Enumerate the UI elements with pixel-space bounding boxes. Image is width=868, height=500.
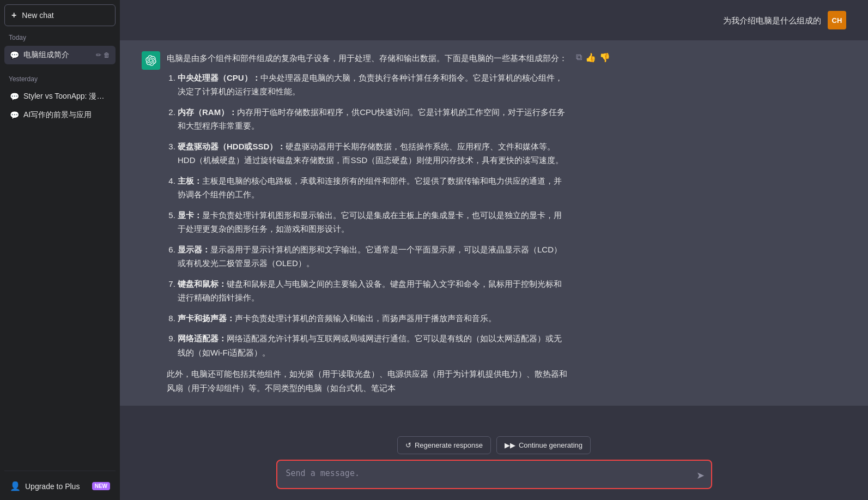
new-chat-label: New chat	[22, 11, 53, 20]
today-label: Today	[4, 32, 116, 44]
sidebar-item-chat3[interactable]: 💬 AI写作的前景与应用	[4, 106, 116, 124]
delete-icon[interactable]: 🗑	[104, 51, 110, 59]
ai-intro-text: 电脑是由多个组件和部件组成的复杂电子设备，用于处理、存储和输出数据。下面是电脑的…	[167, 53, 567, 63]
ai-footer-text: 此外，电脑还可能包括其他组件，如光驱（用于读取光盘）、电源供应器（用于为计算机提…	[167, 367, 569, 395]
list-item: 网络适配器：网络适配器允许计算机与互联网或局域网进行通信。它可以是有线的（如以太…	[178, 332, 569, 359]
main-area: 为我介绍电脑是什么组成的 CH 电脑是由多个组件和部件组成的复杂电子设备，用于处…	[120, 0, 868, 500]
list-item: 声卡和扬声器：声卡负责处理计算机的音频输入和输出，而扬声器用于播放声音和音乐。	[178, 311, 569, 326]
upgrade-badge: NEW	[92, 482, 110, 490]
chat-item-label: Styler vs ToonApp: 漫画脸优...	[23, 92, 110, 101]
message-input[interactable]	[277, 461, 711, 486]
upgrade-item[interactable]: 👤 Upgrade to Plus NEW	[4, 477, 116, 496]
upgrade-label: Upgrade to Plus	[25, 482, 80, 491]
user-avatar: CH	[828, 11, 846, 29]
yesterday-chats: 💬 Styler vs ToonApp: 漫画脸优... 💬 AI写作的前景与应…	[4, 87, 116, 124]
copy-icon[interactable]: ⧉	[576, 52, 582, 62]
continue-button[interactable]: ▶▶ Continue generating	[496, 436, 591, 454]
chat-bubble-icon: 💬	[10, 51, 19, 59]
sidebar-item-chat2[interactable]: 💬 Styler vs ToonApp: 漫画脸优...	[4, 87, 116, 106]
list-item: 主板：主板是电脑的核心电路板，承载和连接所有的组件和部件。它提供了数据传输和电力…	[178, 174, 569, 202]
ai-response-text: 电脑是由多个组件和部件组成的复杂电子设备，用于处理、存储和输出数据。下面是电脑的…	[167, 51, 569, 395]
thumbdown-icon[interactable]: 👎	[599, 52, 610, 63]
chat-area: 为我介绍电脑是什么组成的 CH 电脑是由多个组件和部件组成的复杂电子设备，用于处…	[120, 0, 868, 431]
user-circle-icon: 👤	[10, 481, 21, 491]
chat-item-label: 电脑组成简介	[23, 50, 92, 60]
sidebar: + New chat Today 💬 电脑组成简介 ✏ 🗑 Yesterday …	[0, 0, 120, 500]
ai-avatar	[142, 51, 160, 70]
regenerate-label: Regenerate response	[415, 441, 483, 449]
send-button[interactable]: ➤	[695, 468, 706, 483]
plus-icon: +	[11, 10, 16, 20]
send-icon: ➤	[696, 470, 705, 481]
list-item: 显卡：显卡负责处理计算机图形和显示输出。它可以是集成在主板上的集成显卡，也可以是…	[178, 208, 569, 236]
continue-label: Continue generating	[519, 441, 582, 449]
ai-list: 中央处理器（CPU）：中央处理器是电脑的大脑，负责执行各种计算任务和指令。它是计…	[167, 71, 569, 360]
yesterday-label: Yesterday	[4, 73, 116, 85]
chat-bubble-icon: 💬	[10, 92, 19, 101]
ai-message-row: 电脑是由多个组件和部件组成的复杂电子设备，用于处理、存储和输出数据。下面是电脑的…	[120, 40, 868, 406]
regenerate-button[interactable]: ↺ Regenerate response	[397, 436, 491, 454]
input-row: ➤	[276, 460, 712, 490]
ai-actions: ⧉ 👍 👎	[576, 51, 610, 63]
today-chats: 💬 电脑组成简介 ✏ 🗑	[4, 46, 116, 64]
user-message-content: 为我介绍电脑是什么组成的 CH	[723, 11, 846, 29]
chat-item-actions: ✏ 🗑	[96, 51, 110, 59]
edit-icon[interactable]: ✏	[96, 51, 101, 59]
sidebar-bottom: 👤 Upgrade to Plus NEW	[4, 471, 116, 496]
chatgpt-logo-icon	[145, 55, 156, 66]
regenerate-icon: ↺	[405, 441, 411, 449]
list-item: 键盘和鼠标：键盘和鼠标是人与电脑之间的主要输入设备。键盘用于输入文字和命令，鼠标…	[178, 277, 569, 305]
bottom-area: ↺ Regenerate response ▶▶ Continue genera…	[120, 431, 868, 501]
list-item: 硬盘驱动器（HDD或SSD）：硬盘驱动器用于长期存储数据，包括操作系统、应用程序…	[178, 140, 569, 167]
action-buttons: ↺ Regenerate response ▶▶ Continue genera…	[397, 436, 591, 454]
user-message-text: 为我介绍电脑是什么组成的	[723, 11, 821, 27]
list-item: 内存（RAM）：内存用于临时存储数据和程序，供CPU快速访问。它是计算机的工作空…	[178, 105, 569, 133]
new-chat-button[interactable]: + New chat	[4, 4, 116, 26]
list-item: 中央处理器（CPU）：中央处理器是电脑的大脑，负责执行各种计算任务和指令。它是计…	[178, 71, 569, 99]
thumbup-icon[interactable]: 👍	[585, 52, 596, 63]
sidebar-item-chat1[interactable]: 💬 电脑组成简介 ✏ 🗑	[4, 46, 116, 64]
user-message-row: 为我介绍电脑是什么组成的 CH	[120, 0, 868, 40]
continue-icon: ▶▶	[505, 441, 515, 449]
ai-message-content: 电脑是由多个组件和部件组成的复杂电子设备，用于处理、存储和输出数据。下面是电脑的…	[142, 51, 610, 395]
list-item: 显示器：显示器用于显示计算机的图形和文字输出。它通常是一个平面显示屏，可以是液晶…	[178, 243, 569, 270]
chat-item-label: AI写作的前景与应用	[23, 110, 110, 120]
chat-bubble-icon: 💬	[10, 111, 19, 119]
